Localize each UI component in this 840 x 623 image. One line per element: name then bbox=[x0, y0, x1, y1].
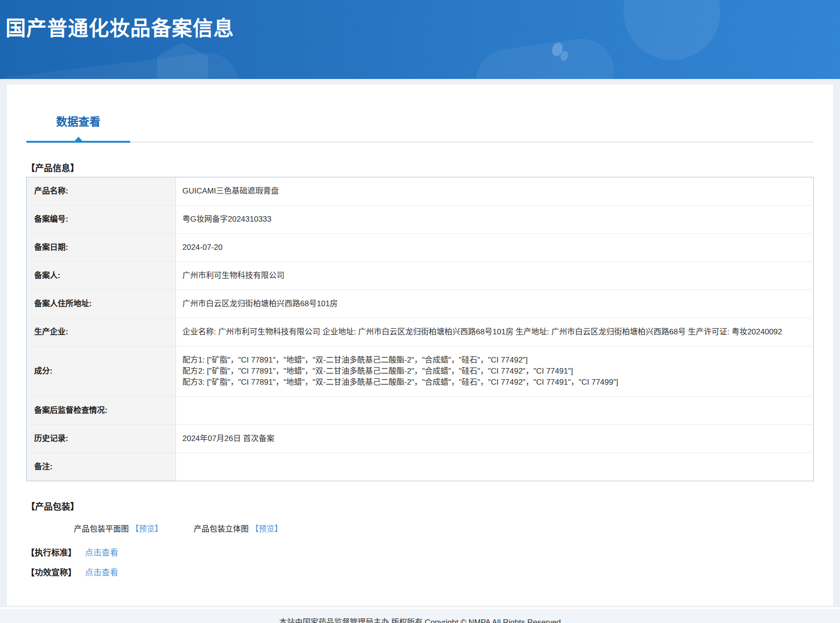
field-value: 2024年07月26日 首次备案 bbox=[176, 425, 814, 453]
packaging-flat-label: 产品包装平面图 bbox=[74, 525, 129, 533]
table-row: 备案日期: 2024-07-20 bbox=[27, 234, 814, 262]
page-footer: 本站由国家药品监督管理局主办 版权所有 Copyright © NMPA All… bbox=[0, 609, 840, 623]
page-title: 国产普通化妆品备案信息 bbox=[6, 12, 234, 42]
field-label: 产品名称: bbox=[27, 177, 176, 206]
standards-row: 【执行标准】 点击查看 bbox=[26, 546, 814, 558]
packaging-heading: 【产品包装】 bbox=[26, 500, 814, 512]
field-value bbox=[176, 397, 814, 425]
field-label: 备案编号: bbox=[27, 206, 176, 234]
banner-decor-blob bbox=[472, 35, 618, 79]
field-label: 历史记录: bbox=[27, 425, 176, 453]
packaging-3d-preview-link[interactable]: 【预览】 bbox=[251, 525, 282, 533]
field-value: 广州市白云区龙归街柏塘柏兴西路68号101房 bbox=[176, 290, 814, 318]
tab-data-view[interactable]: 数据查看 bbox=[26, 114, 130, 141]
tab-bar: 数据查看 bbox=[26, 85, 814, 143]
product-info-heading: 【产品信息】 bbox=[26, 161, 814, 174]
table-row: 生产企业: 企业名称: 广州市利可生物科技有限公司 企业地址: 广州市白云区龙归… bbox=[27, 318, 814, 346]
field-label: 备案日期: bbox=[27, 234, 176, 262]
table-row: 备案人: 广州市利可生物科技有限公司 bbox=[27, 262, 814, 290]
table-row: 备案人住所地址: 广州市白云区龙归街柏塘柏兴西路68号101房 bbox=[27, 290, 814, 318]
field-value: 广州市利可生物科技有限公司 bbox=[176, 262, 814, 290]
content-card: 数据查看 【产品信息】 产品名称: GUICAMI三色基础遮瑕膏盘 备案编号: … bbox=[7, 85, 833, 605]
field-label: 生产企业: bbox=[27, 318, 176, 346]
field-value bbox=[176, 453, 814, 481]
product-info-table: 产品名称: GUICAMI三色基础遮瑕膏盘 备案编号: 粤G妆网备字202431… bbox=[26, 177, 814, 481]
page-body: 数据查看 【产品信息】 产品名称: GUICAMI三色基础遮瑕膏盘 备案编号: … bbox=[0, 79, 840, 607]
packaging-3d-item: 产品包装立体图 【预览】 bbox=[193, 525, 282, 533]
field-value: GUICAMI三色基础遮瑕膏盘 bbox=[176, 177, 814, 206]
field-label: 备案后监督检查情况: bbox=[27, 397, 176, 425]
table-row: 备案后监督检查情况: bbox=[27, 397, 814, 425]
field-label: 备注: bbox=[27, 453, 176, 481]
packaging-flat-preview-link[interactable]: 【预览】 bbox=[131, 525, 163, 533]
banner-decor-circle bbox=[623, 0, 720, 60]
efficacy-view-link[interactable]: 点击查看 bbox=[85, 568, 118, 577]
table-row: 成分: 配方1: ["矿脂"，"CI 77891"，"地蜡"，"双-二甘油多酰基… bbox=[27, 346, 814, 397]
efficacy-row: 【功效宣称】 点击查看 bbox=[26, 566, 814, 578]
packaging-links-row: 产品包装平面图 【预览】 产品包装立体图 【预览】 bbox=[74, 522, 814, 534]
page-banner: 国产普通化妆品备案信息 bbox=[0, 0, 840, 79]
field-value: 粤G妆网备字2024310333 bbox=[176, 206, 814, 234]
standards-view-link[interactable]: 点击查看 bbox=[85, 548, 118, 557]
table-row: 产品名称: GUICAMI三色基础遮瑕膏盘 bbox=[27, 177, 814, 206]
field-label: 备案人: bbox=[27, 262, 176, 290]
table-row: 备注: bbox=[27, 453, 814, 481]
tab-caret-icon bbox=[75, 137, 82, 141]
field-label: 备案人住所地址: bbox=[27, 290, 176, 318]
efficacy-label: 【功效宣称】 bbox=[26, 568, 76, 577]
footer-copyright: 本站由国家药品监督管理局主办 版权所有 Copyright © NMPA All… bbox=[279, 618, 561, 623]
tab-data-view-label: 数据查看 bbox=[56, 115, 101, 128]
packaging-flat-item: 产品包装平面图 【预览】 bbox=[74, 525, 164, 533]
table-row: 历史记录: 2024年07月26日 首次备案 bbox=[27, 425, 814, 453]
field-value: 企业名称: 广州市利可生物科技有限公司 企业地址: 广州市白云区龙归街柏塘柏兴西… bbox=[176, 318, 814, 346]
field-value: 2024-07-20 bbox=[176, 234, 814, 262]
standards-label: 【执行标准】 bbox=[26, 548, 76, 557]
field-label: 成分: bbox=[27, 346, 176, 397]
field-value: 配方1: ["矿脂"，"CI 77891"，"地蜡"，"双-二甘油多酰基己二酸酯… bbox=[176, 346, 814, 397]
tab-active-underline bbox=[26, 141, 130, 143]
banner-decor-streak bbox=[0, 49, 243, 79]
table-row: 备案编号: 粤G妆网备字2024310333 bbox=[27, 206, 814, 234]
packaging-3d-label: 产品包装立体图 bbox=[193, 525, 251, 533]
